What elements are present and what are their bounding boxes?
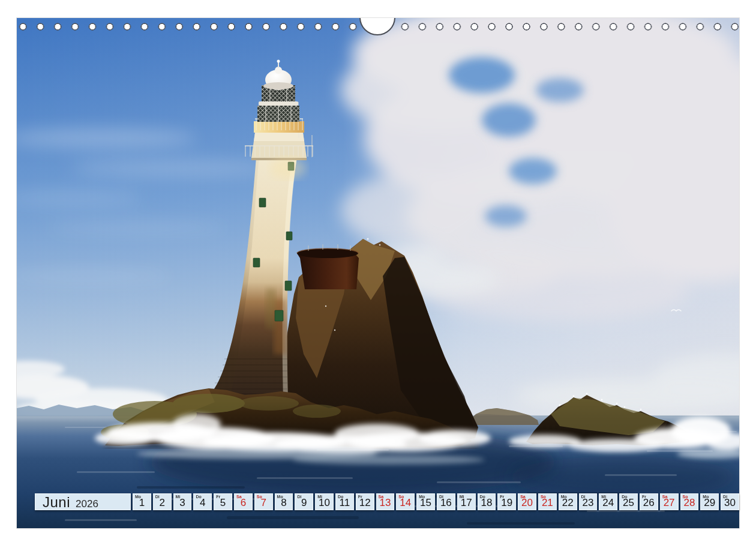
day-number: 26 xyxy=(640,497,658,509)
day-number: 12 xyxy=(356,497,374,509)
day-number: 14 xyxy=(397,497,414,509)
calendar-photo xyxy=(17,18,739,528)
day-number: 7 xyxy=(255,497,272,509)
day-cell: Mo 22 xyxy=(559,493,577,510)
day-number: 17 xyxy=(458,497,475,509)
gallery-railing xyxy=(245,146,313,157)
day-cell: Fr 12 xyxy=(356,493,374,510)
day-cell: Mi 17 xyxy=(457,493,476,510)
day-cell: Fr 5 xyxy=(214,493,232,510)
day-cell: Mo 8 xyxy=(275,493,293,510)
day-cell: So 7 xyxy=(254,493,273,510)
day-cell: Mo 15 xyxy=(416,493,435,510)
day-number: 3 xyxy=(174,497,191,509)
day-cell: Di 23 xyxy=(579,493,598,510)
day-cell: Mo 29 xyxy=(700,493,719,510)
day-cell: Do 4 xyxy=(193,493,212,510)
day-cell: Di 9 xyxy=(295,493,313,510)
day-cell: Do 11 xyxy=(335,493,354,510)
day-cell: Do 25 xyxy=(619,493,638,510)
day-number: 27 xyxy=(661,497,678,509)
day-number: 8 xyxy=(275,497,293,509)
day-number: 23 xyxy=(580,497,597,509)
lighthouse-scene xyxy=(17,18,739,528)
old-tower-stump xyxy=(297,244,359,289)
day-number: 28 xyxy=(681,497,698,509)
day-number: 19 xyxy=(498,497,515,509)
day-number: 10 xyxy=(316,497,333,509)
day-number: 1 xyxy=(133,497,151,509)
day-number: 4 xyxy=(194,497,211,509)
day-number: 13 xyxy=(377,497,394,509)
day-number: 16 xyxy=(437,497,455,509)
day-number: 20 xyxy=(518,497,536,509)
day-number: 22 xyxy=(559,497,577,509)
day-number: 11 xyxy=(336,497,353,509)
calendar-page: Juni 2026 Mo 1 Di 2 Mi 3 Do 4 Fr 5 Sa 6 xyxy=(0,0,756,545)
day-number: 21 xyxy=(539,497,556,509)
day-number: 30 xyxy=(721,497,739,509)
day-number: 29 xyxy=(701,497,718,509)
day-cell: Mo 1 xyxy=(133,493,151,510)
lantern-room xyxy=(257,85,299,122)
day-cell: Sa 13 xyxy=(376,493,395,510)
day-cell: Fr 26 xyxy=(640,493,658,510)
day-cell: Sa 20 xyxy=(518,493,536,510)
day-number: 2 xyxy=(154,497,171,509)
day-cell: Do 18 xyxy=(478,493,496,510)
day-number: 9 xyxy=(295,497,313,509)
day-number: 15 xyxy=(417,497,434,509)
day-number: 6 xyxy=(235,497,252,509)
month-box: Juni 2026 xyxy=(35,493,131,510)
day-cell: So 21 xyxy=(538,493,557,510)
day-cell: Di 30 xyxy=(721,493,739,510)
month-label: Juni xyxy=(43,495,70,510)
day-cell: Di 16 xyxy=(437,493,455,510)
day-number: 25 xyxy=(620,497,637,509)
year-label: 2026 xyxy=(76,498,98,510)
day-cell: Mi 24 xyxy=(599,493,617,510)
day-cell: So 14 xyxy=(396,493,415,510)
day-cell: Mi 3 xyxy=(173,493,192,510)
day-cell: Fr 19 xyxy=(497,493,516,510)
day-cell: Di 2 xyxy=(153,493,172,510)
day-cell: Sa 6 xyxy=(234,493,253,510)
day-cell: So 28 xyxy=(680,493,699,510)
calendar-strip: Juni 2026 Mo 1 Di 2 Mi 3 Do 4 Fr 5 Sa 6 xyxy=(35,493,739,510)
day-cell: Mi 10 xyxy=(315,493,334,510)
day-cell: Sa 27 xyxy=(660,493,679,510)
day-number: 24 xyxy=(599,497,617,509)
day-number: 5 xyxy=(214,497,232,509)
day-number: 18 xyxy=(478,497,496,509)
